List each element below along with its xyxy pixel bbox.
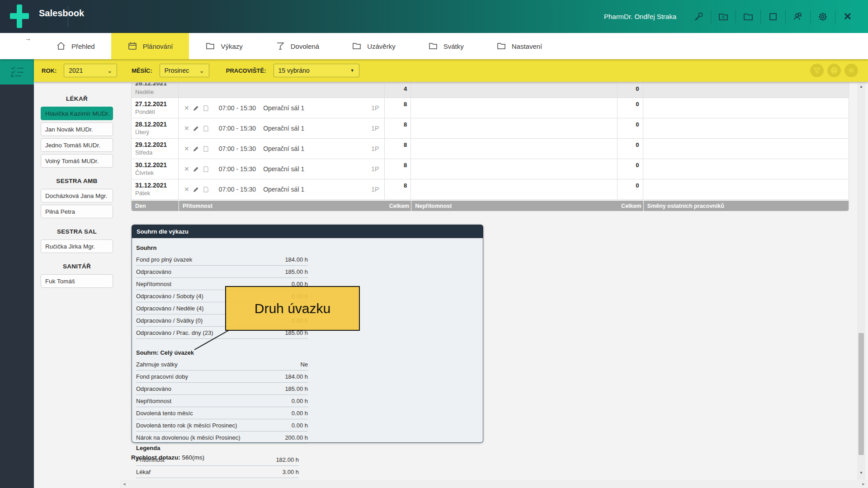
status-value: 560(ms) (182, 454, 205, 461)
note-shift-icon[interactable] (203, 186, 209, 193)
tab-nastaveni[interactable]: Nastavení (480, 33, 559, 59)
row-day: Neděle (135, 88, 175, 96)
note-shift-icon[interactable] (203, 145, 209, 152)
sidebar-item-employee[interactable]: Docházková Jana Mgr. (41, 189, 113, 202)
mesic-label: MĚSÍC: (132, 67, 152, 74)
edit-shift-icon[interactable] (193, 166, 199, 173)
tab-vykazy[interactable]: Výkazy (189, 33, 259, 59)
delete-shift-icon[interactable]: ✕ (184, 145, 189, 152)
shift-type-badge: 1P (371, 125, 379, 132)
key-icon[interactable] (693, 11, 704, 23)
row-day: Úterý (135, 128, 175, 136)
shift-time: 07:00 - 15:30 (219, 145, 256, 152)
pracoviste-select[interactable]: 15 vybráno ▼ (274, 64, 359, 77)
celkem-value: 8 (404, 141, 407, 148)
note-shift-icon[interactable] (203, 105, 209, 112)
home-icon (56, 41, 66, 51)
filter-funnel-button[interactable] (810, 64, 824, 77)
folder-icon[interactable] (742, 11, 754, 23)
user-search-icon[interactable] (792, 11, 804, 23)
folder-n-icon[interactable]: N (717, 11, 729, 23)
tab-svatky[interactable]: Svátky (412, 33, 480, 59)
summary-row: Nárok na dovolenou (k měsíci Prosinec)20… (136, 432, 308, 444)
edit-shift-icon[interactable] (193, 125, 199, 132)
table-row: 30.12.2021 Čtvrtek ✕ 07:00 - 15:30 Opera… (132, 159, 849, 179)
vertical-scroll-thumb[interactable] (859, 333, 864, 455)
shift-type-badge: 1P (371, 145, 379, 152)
tab-dovolena[interactable]: Dovolená (259, 33, 335, 59)
edit-shift-icon[interactable] (193, 105, 199, 112)
scroll-down-icon[interactable]: ▼ (857, 469, 865, 476)
main-nav: → Přehled Plánování Výkazy Dovolená Uzáv… (0, 33, 868, 59)
section-legenda: Legenda (136, 444, 299, 454)
mesic-select[interactable]: Prosinec ⌄ (160, 64, 209, 77)
horizontal-scrollbar[interactable]: ◄ ► (120, 480, 868, 488)
summary-row: Odpracováno185.00 h (136, 266, 308, 278)
shift-room: Operační sál 1 (263, 186, 304, 193)
row-date: 31.12.2021 (135, 182, 175, 189)
divider (810, 10, 811, 23)
delete-shift-icon[interactable]: ✕ (184, 104, 189, 112)
sidebar-toggle-button[interactable] (0, 59, 34, 84)
menu-button[interactable] (844, 64, 858, 77)
tab-planovani[interactable]: Plánování (111, 33, 189, 59)
vertical-scrollbar[interactable]: ▲ ▼ (857, 83, 865, 480)
folder-icon (428, 41, 438, 51)
caret-down-icon: ▼ (350, 68, 354, 73)
sidebar-item-employee[interactable]: Hlavička Kazimír MUDr. (41, 107, 113, 120)
calendar-icon (127, 41, 137, 51)
sidebar-item-employee[interactable]: Pilná Petra (41, 205, 113, 218)
summary-row: Dovolená tento měsíc0.00 h (136, 407, 308, 419)
tab-prehled[interactable]: Přehled (40, 33, 111, 59)
table-row-partial: 26.12.2021 Neděle 4 0 (132, 83, 849, 98)
query-speed-status: Rychlost dotazu: 560(ms) (131, 454, 204, 461)
delete-shift-icon[interactable]: ✕ (184, 186, 189, 193)
celkem2-value: 0 (636, 101, 639, 108)
summary-row: Odpracováno185.00 h (136, 383, 308, 395)
shift-room: Operační sál 1 (263, 145, 304, 152)
divider (835, 10, 835, 23)
note-shift-icon[interactable] (203, 166, 209, 173)
delete-shift-icon[interactable]: ✕ (184, 125, 189, 132)
sidebar-item-employee[interactable]: Jan Novák MUDr. (41, 122, 113, 136)
sidebar-item-employee[interactable]: Jedno Tomáš MUDr. (41, 138, 113, 152)
back-arrow-icon[interactable]: → (24, 34, 31, 42)
sidebar-item-employee[interactable]: Fuk Tomáš (41, 274, 113, 288)
celkem-value: 8 (404, 162, 407, 169)
row-date: 26.12.2021 (135, 83, 175, 87)
col-pritomnost: Přítomnost (179, 201, 385, 211)
filter-bar: ROK: 2021 ⌄ MĚSÍC: Prosinec ⌄ PRACOVIŠTĚ… (34, 59, 868, 82)
col-celkem: Celkem (385, 201, 411, 211)
tab-uzaverky[interactable]: Uzávěrky (335, 33, 412, 59)
settings-gear-icon[interactable] (817, 11, 829, 23)
app-window: Salesbook PharmDr. Ondřej Straka N (0, 0, 868, 488)
shift-room: Operační sál 1 (263, 165, 304, 173)
shift-type-badge: 1P (371, 186, 379, 193)
edit-shift-icon[interactable] (193, 186, 199, 193)
sidebar-item-employee[interactable]: Ručička Jirka Mgr. (41, 239, 113, 253)
shift-time: 07:00 - 15:30 (219, 104, 256, 112)
scroll-right-icon[interactable]: ► (859, 482, 868, 486)
close-icon[interactable]: ✕ (842, 11, 854, 23)
table-row: 29.12.2021 Středa ✕ 07:00 - 15:30 Operač… (132, 139, 849, 159)
note-shift-icon[interactable] (203, 125, 209, 132)
folder-icon (205, 41, 215, 51)
shift-time: 07:00 - 15:30 (219, 125, 256, 132)
rok-select[interactable]: 2021 ⌄ (64, 64, 117, 77)
summary-row: Lékař3.00 h (136, 466, 299, 478)
shift-type-badge: 1P (371, 165, 379, 173)
checklist-icon (9, 65, 25, 79)
maximize-icon[interactable] (767, 11, 779, 23)
print-button[interactable] (827, 64, 841, 77)
delete-shift-icon[interactable]: ✕ (184, 165, 189, 173)
summary-row: Fond pro plný úvazek184.00 h (136, 253, 308, 266)
celkem2-value: 0 (636, 121, 639, 128)
title-bar: Salesbook PharmDr. Ondřej Straka N (0, 0, 868, 33)
summary-panel: Souhrn dle výkazu Souhrn Fond pro plný ú… (132, 225, 483, 443)
scroll-left-icon[interactable]: ◄ (120, 482, 129, 486)
summary-row: Nepřítomnost0.00 h (136, 395, 308, 407)
scroll-up-icon[interactable]: ▲ (857, 83, 865, 90)
edit-shift-icon[interactable] (193, 145, 199, 152)
app-logo-plus-icon (8, 5, 30, 28)
sidebar-item-employee[interactable]: Volný Tomáš MUDr. (41, 154, 113, 168)
